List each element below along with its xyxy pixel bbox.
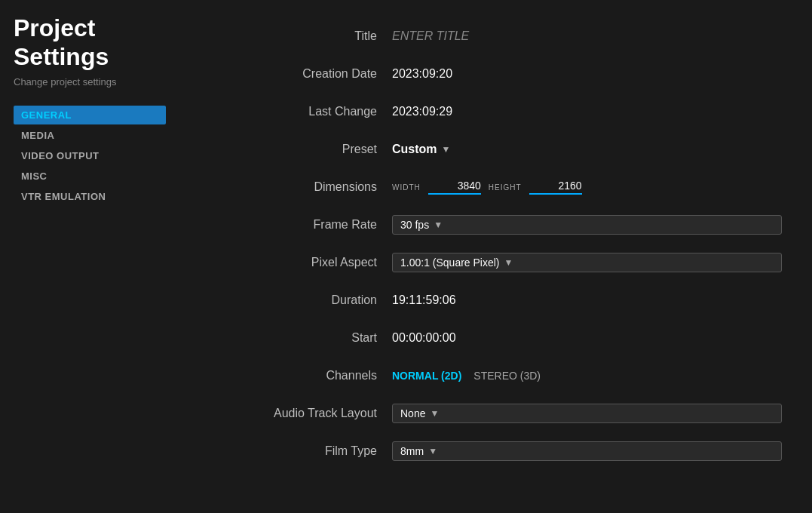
pixel-aspect-dropdown-arrow: ▼ [504, 257, 513, 268]
frame-rate-row: Frame Rate 30 fps ▼ [181, 211, 782, 238]
sidebar-item-video-output[interactable]: VIDEO OUTPUT [14, 146, 166, 165]
duration-text: 19:11:59:06 [392, 293, 456, 306]
start-label: Start [181, 331, 392, 345]
width-input[interactable] [428, 180, 481, 195]
duration-row: Duration 19:11:59:06 [181, 287, 782, 314]
preset-dropdown-text: Custom [392, 143, 437, 156]
preset-value: Custom ▼ [392, 143, 782, 156]
start-value: 00:00:00:00 [392, 331, 782, 345]
creation-date-row: Creation Date 2023:09:20 [181, 60, 782, 88]
last-change-row: Last Change 2023:09:29 [181, 98, 782, 125]
audio-track-layout-dropdown-text: None [400, 407, 425, 419]
film-type-label: Film Type [181, 444, 392, 458]
creation-date-value: 2023:09:20 [392, 67, 782, 81]
width-label: WIDTH [392, 183, 421, 192]
channels-value: NORMAL (2D) STEREO (3D) [392, 370, 782, 382]
sidebar-item-misc[interactable]: MISC [14, 167, 166, 186]
last-change-label: Last Change [181, 105, 392, 118]
creation-date-text: 2023:09:20 [392, 67, 452, 80]
frame-rate-dropdown[interactable]: 30 fps ▼ [392, 215, 782, 235]
film-type-dropdown[interactable]: 8mm ▼ [392, 441, 782, 461]
film-type-dropdown-arrow: ▼ [428, 446, 437, 456]
pixel-aspect-value: 1.00:1 (Square Pixel) ▼ [392, 253, 782, 272]
film-type-dropdown-text: 8mm [400, 445, 424, 457]
duration-label: Duration [181, 293, 392, 307]
channels-label: Channels [181, 369, 392, 382]
preset-dropdown[interactable]: Custom ▼ [392, 143, 782, 156]
audio-track-layout-value: None ▼ [392, 404, 782, 423]
main-content: Title Creation Date 2023:09:20 Last Chan… [166, 0, 812, 513]
last-change-text: 2023:09:29 [392, 105, 452, 118]
sidebar-item-general[interactable]: GENERAL [14, 106, 166, 124]
duration-value: 19:11:59:06 [392, 293, 782, 307]
frame-rate-dropdown-arrow: ▼ [434, 220, 443, 230]
channels-row: Channels NORMAL (2D) STEREO (3D) [181, 362, 782, 389]
preset-label: Preset [181, 143, 392, 156]
page-title: Project Settings [14, 14, 166, 72]
sidebar: Project Settings Change project settings… [0, 0, 166, 513]
dimensions-value: WIDTH HEIGHT [392, 180, 782, 195]
audio-track-layout-label: Audio Track Layout [181, 407, 392, 420]
height-input[interactable] [529, 180, 582, 195]
sidebar-nav: GENERAL MEDIA VIDEO OUTPUT MISC VTR EMUL… [14, 106, 166, 206]
dimensions-inputs: WIDTH HEIGHT [392, 180, 782, 195]
pixel-aspect-dropdown[interactable]: 1.00:1 (Square Pixel) ▼ [392, 253, 782, 272]
dimensions-row: Dimensions WIDTH HEIGHT [181, 174, 782, 201]
pixel-aspect-dropdown-text: 1.00:1 (Square Pixel) [400, 256, 500, 269]
audio-track-layout-row: Audio Track Layout None ▼ [181, 400, 782, 427]
audio-track-layout-dropdown[interactable]: None ▼ [392, 404, 782, 423]
pixel-aspect-label: Pixel Aspect [181, 256, 392, 269]
frame-rate-value: 30 fps ▼ [392, 215, 782, 235]
channel-stereo-3d[interactable]: STEREO (3D) [473, 370, 541, 382]
audio-track-layout-dropdown-arrow: ▼ [430, 408, 439, 419]
title-row: Title [181, 23, 782, 50]
height-label: HEIGHT [489, 183, 522, 192]
frame-rate-label: Frame Rate [181, 218, 392, 232]
preset-dropdown-arrow: ▼ [442, 144, 451, 155]
creation-date-label: Creation Date [181, 67, 392, 81]
frame-rate-dropdown-text: 30 fps [400, 219, 429, 231]
pixel-aspect-row: Pixel Aspect 1.00:1 (Square Pixel) ▼ [181, 249, 782, 276]
page-subtitle: Change project settings [14, 76, 166, 88]
title-input[interactable] [392, 29, 782, 43]
start-text: 00:00:00:00 [392, 331, 456, 344]
last-change-value: 2023:09:29 [392, 105, 782, 118]
film-type-value: 8mm ▼ [392, 441, 782, 461]
sidebar-item-media[interactable]: MEDIA [14, 126, 166, 145]
channel-normal-2d[interactable]: NORMAL (2D) [392, 370, 461, 382]
dimensions-label: Dimensions [181, 180, 392, 194]
settings-grid: Title Creation Date 2023:09:20 Last Chan… [181, 23, 782, 465]
title-label: Title [181, 29, 392, 43]
title-value [392, 29, 782, 43]
sidebar-item-vtr-emulation[interactable]: VTR EMULATION [14, 187, 166, 206]
preset-row: Preset Custom ▼ [181, 136, 782, 163]
channels-options: NORMAL (2D) STEREO (3D) [392, 370, 782, 382]
start-row: Start 00:00:00:00 [181, 324, 782, 352]
film-type-row: Film Type 8mm ▼ [181, 438, 782, 465]
